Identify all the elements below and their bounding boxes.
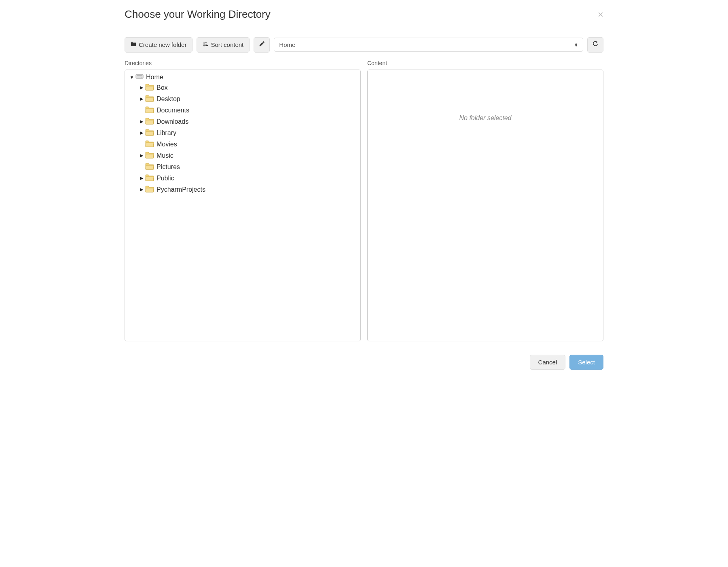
directory-tree: ▼ Home ▶Box▶Desktop▶Documents▶Downloads▶… <box>125 70 360 198</box>
tree-label: Desktop <box>157 95 180 103</box>
tree-label: Pictures <box>157 163 180 171</box>
tree-item[interactable]: ▶Movies <box>127 139 359 150</box>
sort-content-label: Sort content <box>211 41 243 49</box>
directories-panel: Directories ▼ Home ▶Box▶Desktop▶Document… <box>125 60 361 341</box>
expand-icon[interactable]: ▶ <box>139 187 144 192</box>
pencil-icon <box>259 41 265 49</box>
folder-icon <box>145 117 154 126</box>
tree-label: Documents <box>157 107 189 114</box>
dropdown-spinner-icon: ▲▼ <box>574 43 578 47</box>
folder-icon <box>145 106 154 115</box>
tree-item[interactable]: ▶Public <box>127 173 359 184</box>
expand-icon[interactable]: ▶ <box>139 85 144 90</box>
tree-label: Home <box>146 74 163 81</box>
expand-icon[interactable]: ▶ <box>139 176 144 181</box>
folder-icon <box>145 83 154 92</box>
cancel-button[interactable]: Cancel <box>530 355 566 370</box>
select-button[interactable]: Select <box>569 355 603 370</box>
svg-rect-1 <box>131 42 133 43</box>
collapse-icon[interactable]: ▼ <box>129 75 135 80</box>
folder-icon <box>145 185 154 194</box>
tree-item[interactable]: ▶Music <box>127 150 359 161</box>
directory-chooser-dialog: Choose your Working Directory × Create n… <box>115 0 613 379</box>
sort-icon <box>203 41 208 49</box>
dialog-title: Choose your Working Directory <box>125 8 271 21</box>
tree-label: Movies <box>157 141 177 148</box>
svg-rect-4 <box>205 45 208 46</box>
content-box[interactable]: No folder selected <box>367 70 603 341</box>
svg-rect-2 <box>205 42 207 43</box>
tree-label: Library <box>157 129 176 137</box>
directories-label: Directories <box>125 60 361 66</box>
tree-label: PycharmProjects <box>157 186 205 193</box>
folder-icon <box>145 174 154 183</box>
folder-icon <box>145 95 154 104</box>
tree-label: Music <box>157 152 174 159</box>
tree-item[interactable]: ▶Library <box>127 127 359 139</box>
content-panel: Content No folder selected <box>367 60 603 341</box>
tree-label: Public <box>157 175 174 182</box>
content-label: Content <box>367 60 603 66</box>
expand-icon[interactable]: ▶ <box>139 153 144 158</box>
path-value: Home <box>279 41 295 48</box>
dialog-header: Choose your Working Directory × <box>115 0 613 29</box>
drive-icon <box>135 74 144 81</box>
expand-icon[interactable]: ▶ <box>139 96 144 102</box>
dialog-footer: Cancel Select <box>115 348 613 379</box>
toolbar: Create new folder Sort content Home ▲▼ <box>115 29 613 57</box>
refresh-button[interactable] <box>587 37 603 53</box>
tree-item[interactable]: ▶Desktop <box>127 93 359 105</box>
tree-item[interactable]: ▶PycharmProjects <box>127 184 359 195</box>
tree-root-home[interactable]: ▼ Home <box>127 72 359 82</box>
path-dropdown[interactable]: Home ▲▼ <box>274 38 583 52</box>
panels: Directories ▼ Home ▶Box▶Desktop▶Document… <box>115 57 613 348</box>
folder-icon <box>145 163 154 171</box>
tree-item[interactable]: ▶Documents <box>127 105 359 116</box>
close-icon[interactable]: × <box>598 10 603 19</box>
svg-rect-3 <box>205 44 207 44</box>
create-folder-button[interactable]: Create new folder <box>125 37 193 53</box>
refresh-icon <box>593 41 598 49</box>
folder-icon <box>145 140 154 149</box>
create-folder-label: Create new folder <box>139 41 186 49</box>
tree-item[interactable]: ▶Box <box>127 82 359 93</box>
svg-point-7 <box>142 77 142 78</box>
expand-icon[interactable]: ▶ <box>139 119 144 124</box>
content-empty-message: No folder selected <box>368 70 603 122</box>
folder-create-icon <box>131 41 136 49</box>
tree-label: Downloads <box>157 118 188 125</box>
svg-rect-6 <box>137 75 142 76</box>
tree-label: Box <box>157 84 168 91</box>
folder-icon <box>145 129 154 138</box>
tree-item[interactable]: ▶Downloads <box>127 116 359 127</box>
edit-button[interactable] <box>254 37 270 53</box>
svg-rect-5 <box>136 74 143 78</box>
svg-rect-0 <box>131 43 136 46</box>
folder-icon <box>145 151 154 160</box>
directories-tree-box[interactable]: ▼ Home ▶Box▶Desktop▶Documents▶Downloads▶… <box>125 70 361 341</box>
expand-icon[interactable]: ▶ <box>139 130 144 135</box>
sort-content-button[interactable]: Sort content <box>197 37 250 53</box>
tree-item[interactable]: ▶Pictures <box>127 161 359 173</box>
